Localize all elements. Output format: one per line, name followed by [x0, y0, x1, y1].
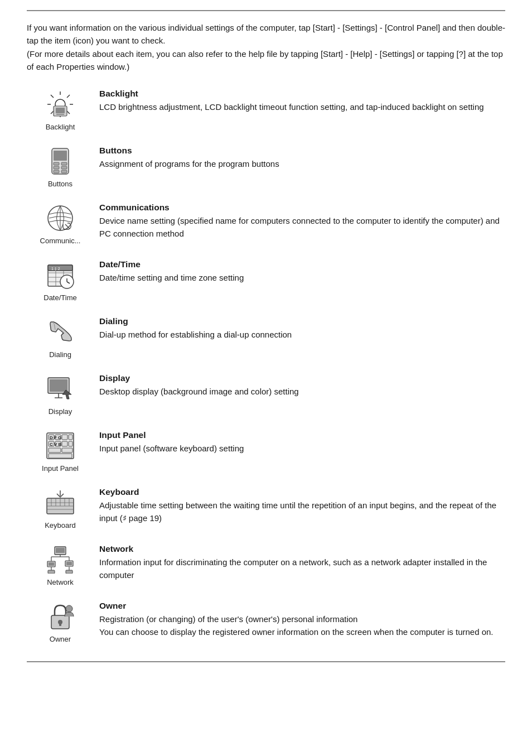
backlight-icon-col: Backlight: [27, 86, 94, 131]
list-item: D F G C V B Input Panel: [27, 428, 505, 473]
network-label: Network: [47, 578, 74, 586]
svg-rect-78: [48, 570, 55, 574]
svg-rect-73: [49, 562, 54, 566]
list-item: Buttons Buttons Assignment of programs f…: [27, 143, 505, 188]
inputpanel-desc: Input panel (software keyboard) setting: [99, 442, 505, 455]
dialing-icon: [45, 316, 76, 348]
display-icon: [45, 373, 76, 405]
svg-rect-51: [49, 454, 72, 458]
list-item: Owner Owner Registration (or changing) o…: [27, 599, 505, 643]
svg-line-7: [51, 111, 54, 114]
communications-icon-col: Communic...: [27, 200, 94, 245]
owner-title: Owner: [99, 601, 505, 611]
svg-rect-47: [69, 441, 72, 446]
network-icon-col: Network: [27, 542, 94, 586]
inputpanel-desc-col: Input Panel Input panel (software keyboa…: [94, 428, 505, 455]
svg-rect-49: [49, 448, 61, 452]
buttons-title: Buttons: [99, 146, 505, 156]
list-item: Network Network Information input for di…: [27, 542, 505, 586]
svg-text:1 ‡ 2: 1 ‡ 2: [51, 267, 60, 271]
svg-rect-14: [54, 162, 59, 165]
keyboard-desc: Adjustable time setting between the wait…: [99, 499, 505, 525]
svg-rect-46: [62, 441, 67, 446]
svg-rect-16: [54, 166, 59, 169]
network-desc: Information input for discriminating the…: [99, 556, 505, 582]
display-label: Display: [49, 407, 72, 416]
page-container: If you want information on the various i…: [0, 0, 532, 756]
network-desc-col: Network Information input for discrimina…: [94, 542, 505, 582]
backlight-icon: [45, 89, 76, 120]
inputpanel-title: Input Panel: [99, 430, 505, 440]
inputpanel-label: Input Panel: [42, 464, 79, 473]
list-item: Dialing Dialing Dial-up method for estab…: [27, 314, 505, 359]
keyboard-desc-col: Keyboard Adjustable time setting between…: [94, 485, 505, 525]
communications-desc-col: Communications Device name setting (spec…: [94, 200, 505, 240]
display-icon-col: Display: [27, 371, 94, 416]
list-item: Communic... Communications Device name s…: [27, 200, 505, 245]
list-item: Backlight Backlight LCD brightness adjus…: [27, 86, 505, 131]
network-title: Network: [99, 544, 505, 554]
keyboard-label: Keyboard: [45, 521, 76, 529]
datetime-icon: 1 ‡ 2: [45, 259, 76, 291]
buttons-icon: [45, 146, 76, 177]
svg-rect-19: [61, 170, 67, 173]
svg-rect-79: [66, 570, 72, 574]
owner-desc: Registration (or changing) of the user's…: [99, 613, 505, 639]
list-item: Keyboard Keyboard Adjustable time settin…: [27, 485, 505, 529]
keyboard-icon: [45, 487, 76, 518]
display-desc: Desktop display (background image and co…: [99, 385, 505, 398]
datetime-desc: Date/time setting and time zone setting: [99, 271, 505, 284]
svg-rect-67: [56, 548, 65, 553]
dialing-desc: Dial-up method for establishing a dial-u…: [99, 328, 505, 341]
svg-line-6: [67, 95, 70, 98]
buttons-label: Buttons: [48, 180, 72, 188]
owner-label: Owner: [50, 635, 71, 643]
network-icon: [45, 544, 76, 575]
owner-desc-col: Owner Registration (or changing) of the …: [94, 599, 505, 639]
svg-rect-75: [66, 562, 72, 565]
svg-rect-34: [50, 379, 67, 392]
svg-rect-15: [61, 162, 67, 165]
svg-line-5: [67, 111, 70, 114]
datetime-icon-col: 1 ‡ 2 Date/Time: [27, 257, 94, 302]
backlight-desc-col: Backlight LCD brightness adjustment, LCD…: [94, 86, 505, 113]
inputpanel-icon-col: D F G C V B Input Panel: [27, 428, 94, 473]
owner-icon-col: Owner: [27, 599, 94, 643]
owner-icon: [45, 601, 76, 632]
keyboard-title: Keyboard: [99, 487, 505, 497]
backlight-desc: LCD brightness adjustment, LCD backlight…: [99, 100, 505, 113]
svg-rect-50: [62, 448, 72, 452]
inputpanel-icon: D F G C V B: [45, 430, 76, 461]
svg-rect-41: [62, 435, 67, 440]
svg-rect-42: [69, 435, 72, 440]
display-desc-col: Display Desktop display (background imag…: [94, 371, 505, 398]
dialing-icon-col: Dialing: [27, 314, 94, 359]
dialing-desc-col: Dialing Dial-up method for establishing …: [94, 314, 505, 341]
backlight-title: Backlight: [99, 89, 505, 99]
top-border: [27, 10, 505, 11]
intro-text: If you want information on the various i…: [27, 21, 505, 73]
communications-desc: Device name setting (specified name for …: [99, 214, 505, 240]
communications-title: Communications: [99, 203, 505, 213]
svg-rect-10: [56, 108, 65, 113]
buttons-desc: Assignment of programs for the program b…: [99, 157, 505, 170]
dialing-title: Dialing: [99, 316, 505, 326]
list-item: 1 ‡ 2 Date/Time Date: [27, 257, 505, 302]
svg-text:D F G: D F G: [50, 435, 61, 440]
svg-rect-13: [54, 151, 67, 161]
display-title: Display: [99, 373, 505, 383]
bottom-border: [27, 661, 505, 662]
communications-label: Communic...: [40, 237, 81, 245]
svg-rect-18: [54, 170, 59, 173]
list-item: Display Display Desktop display (backgro…: [27, 371, 505, 416]
datetime-desc-col: Date/Time Date/time setting and time zon…: [94, 257, 505, 284]
svg-rect-82: [59, 623, 61, 626]
dialing-label: Dialing: [49, 350, 71, 359]
svg-rect-17: [61, 166, 67, 169]
buttons-desc-col: Buttons Assignment of programs for the p…: [94, 143, 505, 170]
svg-line-4: [51, 95, 54, 98]
backlight-label: Backlight: [46, 123, 75, 131]
communications-icon: [45, 203, 76, 234]
datetime-label: Date/Time: [43, 293, 76, 302]
datetime-title: Date/Time: [99, 259, 505, 269]
